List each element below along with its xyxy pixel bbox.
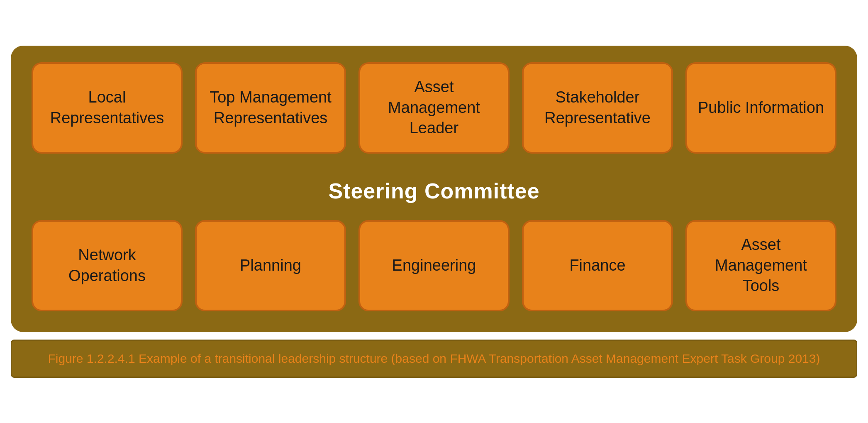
caption-bar: Figure 1.2.2.4.1 Example of a transition… <box>11 340 857 378</box>
bottom-row: Network OperationsPlanningEngineeringFin… <box>32 220 836 311</box>
card-label-engineering: Engineering <box>392 255 476 276</box>
card-asset-management-tools: Asset Management Tools <box>685 220 836 311</box>
card-planning: Planning <box>195 220 346 311</box>
card-top-management-representatives: Top Management Representatives <box>195 62 346 154</box>
card-finance: Finance <box>522 220 673 311</box>
card-label-planning: Planning <box>240 255 301 276</box>
card-label-finance: Finance <box>569 255 625 276</box>
steering-committee-section: Steering Committee <box>32 166 836 216</box>
card-label-network-operations: Network Operations <box>41 245 173 286</box>
top-row: Local RepresentativesTop Management Repr… <box>32 62 836 154</box>
steering-committee-label: Steering Committee <box>328 178 539 203</box>
card-label-local-representatives: Local Representatives <box>41 87 173 128</box>
card-engineering: Engineering <box>358 220 510 311</box>
card-label-top-management-representatives: Top Management Representatives <box>205 87 336 128</box>
card-asset-management-leader: Asset Management Leader <box>358 62 510 154</box>
card-label-asset-management-tools: Asset Management Tools <box>695 235 827 296</box>
card-network-operations: Network Operations <box>32 220 183 311</box>
card-public-information: Public Information <box>685 62 836 154</box>
caption-text: Figure 1.2.2.4.1 Example of a transition… <box>48 352 820 365</box>
card-label-stakeholder-representative: Stakeholder Representative <box>532 87 663 128</box>
card-label-asset-management-leader: Asset Management Leader <box>368 77 500 138</box>
card-stakeholder-representative: Stakeholder Representative <box>522 62 673 154</box>
card-local-representatives: Local Representatives <box>32 62 183 154</box>
diagram-container: Local RepresentativesTop Management Repr… <box>11 46 857 332</box>
card-label-public-information: Public Information <box>698 98 824 118</box>
